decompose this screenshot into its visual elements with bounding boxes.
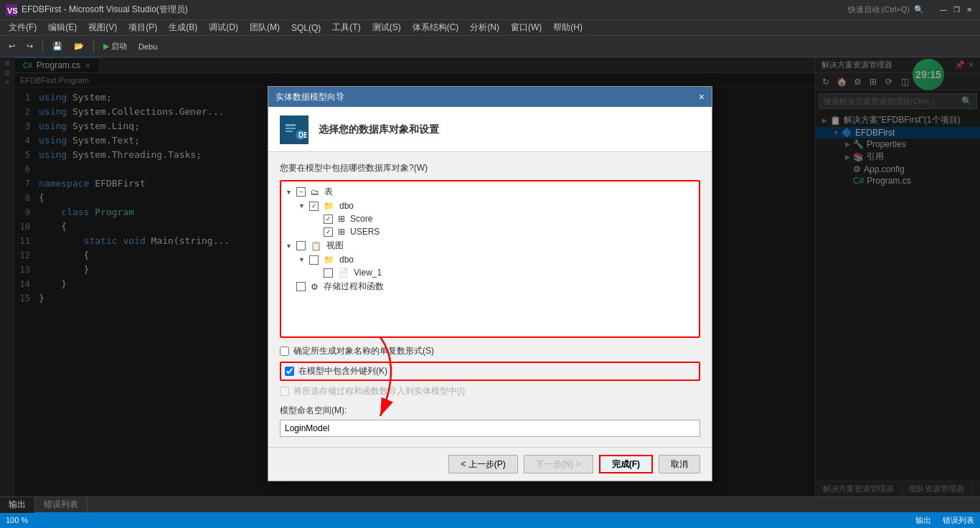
import-stored-checkbox[interactable] <box>280 387 289 396</box>
views-dbo-icon: 📁 <box>324 255 334 265</box>
tree-stored-row[interactable]: ▶ ⚙ 存储过程和函数 <box>284 279 696 294</box>
svg-text:VS: VS <box>7 6 17 15</box>
tree-score-row[interactable]: ▶ ⊞ Score <box>284 212 696 225</box>
tree-view1-row[interactable]: ▶ 📄 View_1 <box>284 266 696 279</box>
status-errors[interactable]: 错误列表 <box>943 515 974 526</box>
score-checkbox[interactable] <box>324 214 333 224</box>
views-dbo-checkbox[interactable] <box>309 255 319 265</box>
views-arrow: ▼ <box>286 242 294 250</box>
status-right: 输出 错误列表 <box>915 515 974 526</box>
menu-sql[interactable]: SQL(Q) <box>286 20 326 36</box>
tables-checkbox[interactable] <box>296 187 306 197</box>
quick-launch[interactable]: 快速启动 (Ctrl+Q) 🔍 <box>848 4 924 15</box>
tables-label: 表 <box>324 186 333 198</box>
close-button[interactable]: ✕ <box>964 5 974 15</box>
dbo-icon: 📁 <box>324 201 334 211</box>
stored-label: 存储过程和函数 <box>324 280 384 293</box>
dialog-header: DB 选择您的数据库对象和设置 <box>268 107 712 152</box>
option-foreign-keys: 在模型中包含外键列(K) <box>280 362 700 381</box>
search-icon: 🔍 <box>914 5 924 14</box>
model-namespace-section: 模型命名空间(M): <box>280 405 700 437</box>
vs-icon: VS <box>6 4 17 16</box>
next-button[interactable]: 下一步(N) > <box>524 455 593 473</box>
section-title: 您要在模型中包括哪些数据库对象?(W) <box>280 162 700 174</box>
restore-button[interactable]: ❐ <box>951 5 961 15</box>
toolbar-separator-2 <box>93 40 94 53</box>
start-button[interactable]: ▶ 启动 <box>99 39 131 53</box>
tree-views-dbo-row[interactable]: ▼ 📁 dbo <box>284 253 696 266</box>
menu-edit[interactable]: 编辑(E) <box>42 20 83 36</box>
tables-arrow: ▼ <box>286 189 294 196</box>
stored-icon: ⚙ <box>311 282 319 292</box>
redo-button[interactable]: ↪ <box>22 40 37 52</box>
debug-button[interactable]: Debu <box>134 41 161 52</box>
dbo-checkbox[interactable] <box>309 202 319 211</box>
bottom-tabs: 输出 错误列表 <box>0 496 980 512</box>
tree-users-row[interactable]: ▶ ⊞ USERS <box>284 225 696 238</box>
view1-checkbox[interactable] <box>324 268 333 278</box>
dialog-header-icon: DB <box>280 116 308 144</box>
menu-window[interactable]: 窗口(W) <box>505 20 547 36</box>
score-label: Score <box>350 214 372 224</box>
cancel-button[interactable]: 取消 <box>659 455 700 473</box>
minimize-button[interactable]: — <box>938 5 948 15</box>
db-object-tree[interactable]: ▼ 🗂 表 ▼ 📁 dbo ▶ <box>280 180 700 338</box>
finish-button[interactable]: 完成(F) <box>599 455 653 473</box>
tree-views-row[interactable]: ▼ 📋 视图 <box>284 238 696 253</box>
stored-checkbox[interactable] <box>296 282 306 291</box>
entity-model-dialog: 实体数据模型向导 × DB 选择您的数据库对象和设置 <box>268 86 712 481</box>
back-button[interactable]: < 上一步(P) <box>448 455 517 473</box>
users-checkbox[interactable] <box>324 227 333 237</box>
menu-file[interactable]: 文件(F) <box>3 20 42 36</box>
menu-analyze[interactable]: 分析(N) <box>464 20 505 36</box>
foreign-keys-checkbox[interactable] <box>285 367 294 376</box>
view1-label: View_1 <box>354 268 382 278</box>
dbo-label: dbo <box>339 201 354 211</box>
title-bar: VS EFDBFirst - Microsoft Visual Studio(管… <box>0 0 980 20</box>
menu-tools[interactable]: 工具(T) <box>326 20 366 36</box>
menu-view[interactable]: 视图(V) <box>83 20 123 36</box>
dbo-arrow: ▼ <box>298 202 307 209</box>
open-button[interactable]: 📂 <box>70 40 88 52</box>
menu-project[interactable]: 项目(P) <box>123 20 163 36</box>
views-checkbox[interactable] <box>296 241 306 250</box>
table-icon-2: ⊞ <box>338 227 345 237</box>
dialog-title-bar: 实体数据模型向导 × <box>268 87 712 107</box>
svg-rect-5 <box>286 131 293 132</box>
output-tab[interactable]: 输出 <box>0 497 35 513</box>
menu-arch[interactable]: 体系结构(C) <box>407 20 465 36</box>
dialog-overlay: 实体数据模型向导 × DB 选择您的数据库对象和设置 <box>0 57 980 496</box>
dialog-title: 实体数据模型向导 <box>275 91 344 103</box>
dialog-header-text: 选择您的数据库对象和设置 <box>319 123 439 136</box>
error-list-tab[interactable]: 错误列表 <box>35 497 88 513</box>
menu-help[interactable]: 帮助(H) <box>547 20 588 36</box>
window-title: EFDBFirst - Microsoft Visual Studio(管理员) <box>22 4 848 16</box>
namespace-label: 模型命名空间(M): <box>280 405 700 417</box>
tree-dbo-row[interactable]: ▼ 📁 dbo <box>284 199 696 212</box>
option-pluralize: 确定所生成对象名称的单复数形式(S) <box>280 345 700 357</box>
menu-team[interactable]: 团队(M) <box>244 20 286 36</box>
tree-tables-row[interactable]: ▼ 🗂 表 <box>284 184 696 199</box>
table-icon: ⊞ <box>338 214 345 224</box>
views-icon: 📋 <box>311 241 321 251</box>
menu-debug[interactable]: 调试(D) <box>203 20 244 36</box>
undo-button[interactable]: ↩ <box>4 40 19 52</box>
dialog-body: 您要在模型中包括哪些数据库对象?(W) ▼ 🗂 表 ▼ 📁 <box>268 152 712 447</box>
option-import-stored: 将所选存储过程和函数数导入到实体模型中(I) <box>280 385 700 397</box>
status-bar: 100 % 输出 错误列表 <box>0 512 980 528</box>
views-dbo-arrow: ▼ <box>298 256 307 263</box>
save-button[interactable]: 💾 <box>48 40 67 52</box>
views-dbo-label: dbo <box>339 255 354 265</box>
namespace-input[interactable] <box>280 420 700 437</box>
status-output[interactable]: 输出 <box>915 515 931 526</box>
menu-build[interactable]: 生成(B) <box>163 20 203 36</box>
dialog-footer: < 上一步(P) 下一步(N) > 完成(F) 取消 <box>268 447 712 481</box>
toolbar-separator <box>42 40 43 53</box>
svg-rect-4 <box>286 128 296 129</box>
menu-test[interactable]: 测试(S) <box>367 20 407 36</box>
toolbar: ↩ ↪ 💾 📂 ▶ 启动 Debu <box>0 36 980 57</box>
users-label: USERS <box>350 227 380 237</box>
dialog-close-button[interactable]: × <box>699 91 705 103</box>
pluralize-checkbox[interactable] <box>280 346 289 356</box>
window-controls[interactable]: — ❐ ✕ <box>938 5 974 15</box>
